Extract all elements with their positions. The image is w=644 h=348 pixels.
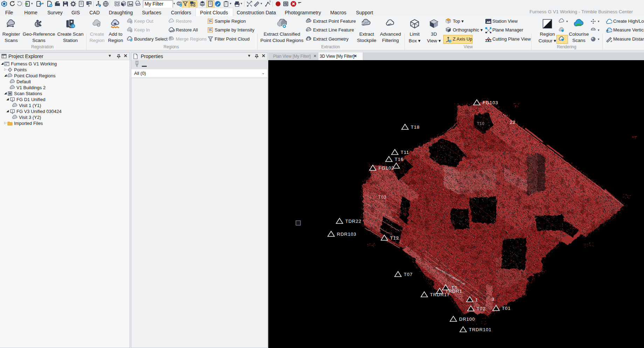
svg-text:T16: T16 bbox=[395, 157, 403, 162]
svg-text:?: ? bbox=[269, 1, 271, 3]
svg-text:↓: ↓ bbox=[169, 36, 171, 39]
svg-text:T10: T10 bbox=[477, 121, 485, 126]
svg-text:TRDR1: TRDR1 bbox=[445, 289, 462, 294]
svg-text:+: + bbox=[72, 24, 74, 28]
svg-text:T12: T12 bbox=[390, 235, 399, 241]
svg-text:✓: ✓ bbox=[130, 30, 132, 32]
svg-text:T18: T18 bbox=[411, 125, 420, 130]
svg-text:T11: T11 bbox=[401, 150, 409, 155]
svg-text:TRDR101: TRDR101 bbox=[469, 327, 492, 332]
svg-text:+: + bbox=[97, 23, 99, 27]
svg-text:↻: ↻ bbox=[130, 39, 132, 42]
svg-text:T02: T02 bbox=[477, 306, 485, 311]
svg-text:T07: T07 bbox=[404, 272, 413, 277]
svg-text:TDR22: TDR22 bbox=[345, 219, 361, 224]
svg-text:22: 22 bbox=[510, 120, 515, 125]
svg-text:x: x bbox=[131, 21, 132, 23]
svg-text:0: 0 bbox=[449, 40, 451, 42]
svg-text:FG103: FG103 bbox=[483, 100, 498, 105]
svg-text:DR100: DR100 bbox=[459, 317, 475, 322]
svg-text:FG102: FG102 bbox=[379, 165, 394, 171]
svg-text:T01: T01 bbox=[502, 306, 511, 311]
svg-text:1: 1 bbox=[475, 297, 478, 303]
svg-text:T03: T03 bbox=[378, 195, 387, 200]
svg-text:3: 3 bbox=[492, 297, 494, 302]
svg-text:RDR103: RDR103 bbox=[337, 232, 356, 237]
